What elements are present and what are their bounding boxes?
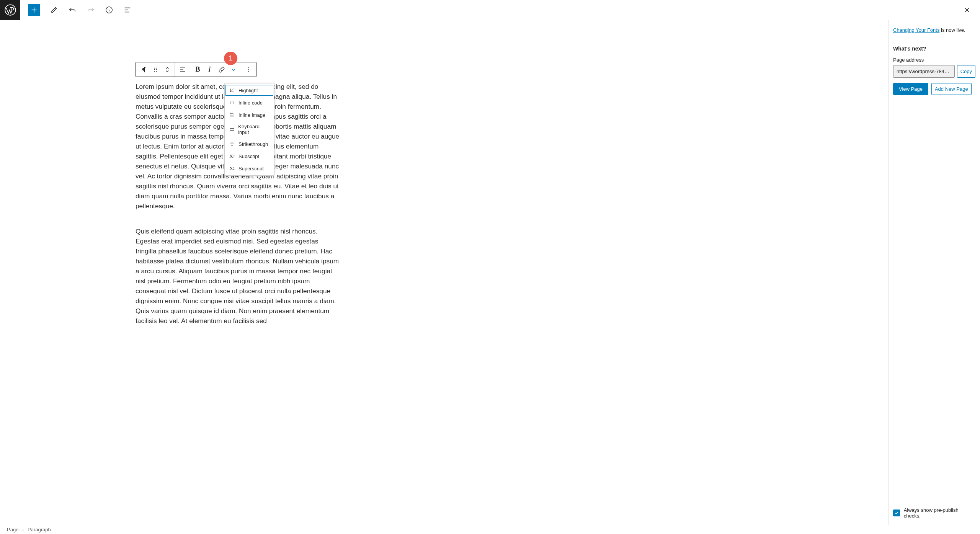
dd-superscript[interactable]: X2 Superscript <box>225 162 274 175</box>
svg-point-3 <box>156 67 157 68</box>
svg-point-2 <box>154 67 155 68</box>
block-options-button[interactable] <box>243 62 255 77</box>
dd-inline-image[interactable]: Inline image <box>225 109 274 121</box>
whats-next-heading: What's next? <box>893 46 975 52</box>
plus-icon <box>30 6 38 14</box>
svg-point-7 <box>156 71 157 72</box>
dd-label: Superscript <box>238 166 264 171</box>
dd-keyboard[interactable]: Keyboard input <box>225 121 274 138</box>
italic-icon: I <box>209 65 211 73</box>
details-button[interactable] <box>105 5 114 15</box>
dd-inline-code[interactable]: Inline code <box>225 96 274 109</box>
strikethrough-icon <box>229 140 235 147</box>
chevron-right-icon: › <box>22 527 24 532</box>
page-address-label: Page address <box>893 57 975 63</box>
check-icon <box>894 511 899 515</box>
list-view-icon <box>123 6 132 14</box>
undo-icon <box>68 6 77 14</box>
dd-label: Strikethrough <box>238 141 268 147</box>
redo-icon <box>87 6 95 14</box>
svg-point-6 <box>154 71 155 72</box>
prepublish-checkbox[interactable] <box>893 510 900 516</box>
breadcrumb-page[interactable]: Page <box>7 527 18 532</box>
notice-suffix: is now live. <box>939 27 965 33</box>
editor-canvas[interactable]: 1 <box>0 20 888 525</box>
move-up-down-icon <box>163 66 171 73</box>
svg-point-4 <box>154 69 155 70</box>
view-page-button[interactable]: View Page <box>893 83 928 95</box>
outline-button[interactable] <box>123 5 132 15</box>
more-vertical-icon <box>245 66 253 73</box>
undo-button[interactable] <box>68 5 77 15</box>
annotation-badge: 1 <box>224 52 237 65</box>
close-panel-button[interactable] <box>962 5 972 15</box>
editor-topbar <box>0 0 980 20</box>
add-new-page-button[interactable]: Add New Page <box>931 83 972 95</box>
align-left-icon <box>179 66 186 73</box>
dd-label: Highlight <box>238 88 258 93</box>
page-address-field[interactable]: https://wordpress-7848... <box>893 65 955 78</box>
dd-label: Inline code <box>238 100 263 106</box>
copy-button[interactable]: Copy <box>957 65 975 78</box>
dd-label: Inline image <box>238 112 265 118</box>
drag-handle[interactable] <box>149 62 161 77</box>
dd-subscript[interactable]: X2 Subscript <box>225 150 274 162</box>
align-button[interactable] <box>176 62 188 77</box>
svg-point-5 <box>156 69 157 70</box>
dd-highlight[interactable]: Highlight <box>225 84 274 96</box>
paragraph-2[interactable]: Quis eleifend quam adipiscing vitae proi… <box>136 226 340 326</box>
formatting-dropdown: Highlight Inline code Inline image Keybo… <box>224 83 274 176</box>
highlight-icon <box>229 87 235 94</box>
svg-point-8 <box>248 67 249 68</box>
paragraph-icon <box>140 66 147 73</box>
superscript-icon: X2 <box>229 165 235 172</box>
dd-label: Subscript <box>238 154 259 159</box>
link-icon <box>218 66 225 73</box>
publish-sidebar: Changing Your Fonts is now live. What's … <box>888 20 980 525</box>
svg-point-10 <box>248 71 249 72</box>
keyboard-icon <box>229 126 235 133</box>
divider <box>889 40 980 40</box>
subscript-icon: X2 <box>229 153 235 160</box>
info-icon <box>105 6 113 14</box>
publish-notice: Changing Your Fonts is now live. <box>893 27 975 33</box>
add-block-button[interactable] <box>28 4 40 16</box>
prepublish-toggle[interactable]: Always show pre-publish checks. <box>893 504 975 520</box>
breadcrumb-footer: Page › Paragraph <box>0 525 980 534</box>
link-button[interactable] <box>216 62 227 77</box>
dd-label: Keyboard input <box>238 124 270 135</box>
image-icon <box>229 111 235 118</box>
block-toolbar: B I <box>136 62 256 77</box>
block-type-button[interactable] <box>137 62 149 77</box>
italic-button[interactable]: I <box>204 62 216 77</box>
bold-icon: B <box>195 65 200 73</box>
svg-rect-11 <box>230 113 233 116</box>
breadcrumb-block[interactable]: Paragraph <box>28 527 51 532</box>
bold-button[interactable]: B <box>192 62 204 77</box>
move-buttons[interactable] <box>161 62 173 77</box>
close-icon <box>963 6 971 14</box>
redo-button[interactable] <box>86 5 95 15</box>
drag-icon <box>152 66 159 73</box>
wordpress-logo[interactable] <box>0 0 20 20</box>
svg-rect-12 <box>230 128 234 130</box>
code-icon <box>229 99 235 106</box>
prepublish-label: Always show pre-publish checks. <box>904 507 975 519</box>
svg-point-9 <box>248 69 249 70</box>
chevron-down-icon <box>230 66 237 73</box>
dd-strikethrough[interactable]: Strikethrough <box>225 138 274 150</box>
wordpress-icon <box>5 4 16 16</box>
edit-mode-button[interactable] <box>49 5 59 15</box>
notice-link[interactable]: Changing Your Fonts <box>893 27 939 33</box>
pencil-icon <box>50 6 58 14</box>
